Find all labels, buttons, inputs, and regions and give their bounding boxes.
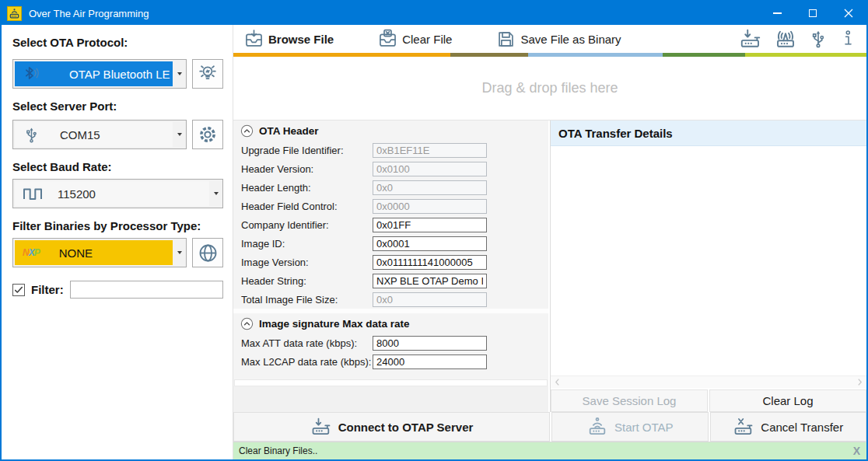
clear-log-button[interactable]: Clear Log — [709, 389, 866, 412]
ota-header-title: OTA Header — [259, 125, 319, 137]
processor-filter-label: Filter Binaries by Processor Type: — [12, 219, 223, 232]
usb-icon — [23, 126, 40, 144]
browse-file-button[interactable]: Browse File — [243, 29, 334, 50]
horizontal-scrollbar[interactable] — [234, 379, 548, 386]
image-version-input[interactable] — [373, 255, 487, 270]
globe-icon — [197, 242, 219, 264]
transfer-details-log[interactable] — [551, 146, 866, 375]
clear-file-button[interactable]: Clear File — [377, 29, 452, 50]
content: OTA Header Upgrade File Identifier: Head… — [233, 120, 866, 412]
field-row: Company Identifier: — [233, 215, 548, 234]
field-row: Total Image File Size: — [233, 290, 548, 309]
action-buttons-row: Connect to OTAP Server Start OTAP — [233, 412, 866, 442]
baud-dropdown[interactable]: 115200 — [12, 179, 223, 208]
field-row: Max ATT data rate (kbps): — [233, 334, 548, 352]
max-att-rate-input[interactable] — [373, 336, 487, 351]
collapse-chevron-icon[interactable] — [240, 317, 254, 330]
port-dropdown-arrow[interactable] — [173, 120, 186, 148]
save-session-log-button: Save Session Log — [551, 389, 708, 412]
field-row: Header String: — [233, 271, 548, 290]
window-title: Over The Air Programming — [29, 8, 149, 19]
save-binary-icon — [495, 29, 516, 50]
panel-spacer — [233, 371, 548, 379]
clear-file-icon — [377, 29, 398, 50]
clear-file-label: Clear File — [402, 33, 452, 46]
minimize-button[interactable] — [759, 2, 795, 25]
company-identifier-input[interactable] — [373, 218, 487, 232]
header-length-input — [373, 180, 487, 195]
scroll-left-icon[interactable] — [555, 378, 560, 386]
transfer-details-header: OTA Transfer Details — [551, 120, 866, 146]
device-download-icon — [310, 416, 332, 438]
log-buttons-row: Save Session Log Clear Log — [551, 388, 866, 412]
status-bar: Clear Binary Files.. X — [233, 442, 866, 459]
main-area: Browse File Clear File — [233, 25, 866, 459]
save-binary-label: Save File as Binary — [520, 33, 621, 46]
start-otap-label: Start OTAP — [614, 421, 674, 434]
field-row: Header Length: — [233, 178, 548, 197]
horizontal-scrollbar[interactable] — [551, 375, 866, 388]
window-controls — [759, 2, 866, 25]
field-row: Header Version: — [233, 159, 548, 178]
field-row: Max L2CAP data rate (kbps): — [233, 352, 548, 371]
header-string-input[interactable] — [373, 274, 487, 288]
processor-dropdown[interactable]: NXP NONE — [12, 238, 187, 267]
chevron-down-icon — [177, 133, 182, 136]
status-close-button[interactable]: X — [853, 445, 860, 457]
cancel-transfer-label: Cancel Transfer — [761, 421, 843, 434]
total-image-file-size-input — [373, 292, 487, 307]
filter-label: Filter: — [31, 283, 64, 296]
filter-input[interactable] — [70, 281, 223, 299]
protocol-dropdown-arrow[interactable] — [173, 60, 186, 88]
protocol-value: OTAP Bluetooth LE — [69, 68, 170, 81]
nxp-logo-icon: NXP — [23, 247, 40, 258]
minimize-icon — [773, 12, 782, 14]
cancel-transfer-button[interactable]: Cancel Transfer — [710, 412, 867, 442]
drop-zone-text: Drag & drop files here — [481, 80, 618, 96]
info-icon[interactable] — [838, 28, 857, 50]
scan-devices-button[interactable] — [192, 59, 223, 89]
browse-file-label: Browse File — [268, 33, 334, 46]
app-icon — [7, 6, 22, 21]
port-dropdown[interactable]: COM15 — [12, 120, 187, 149]
sidebar: Select OTA Protocol: OTAP Bluetooth LE — [2, 25, 233, 459]
chevron-down-icon — [177, 72, 182, 75]
baud-dropdown-arrow[interactable] — [209, 180, 222, 208]
chevron-down-icon — [177, 251, 182, 254]
device-download-icon[interactable] — [738, 27, 763, 51]
transfer-details-title: OTA Transfer Details — [558, 127, 673, 140]
processor-dropdown-arrow[interactable] — [173, 239, 186, 267]
ota-header-panel: OTA Header Upgrade File Identifier: Head… — [233, 120, 550, 412]
transfer-details-panel: OTA Transfer Details Save Session Log Cl… — [550, 120, 866, 412]
collapse-chevron-icon[interactable] — [240, 124, 254, 138]
image-id-input[interactable] — [373, 236, 487, 251]
connect-otap-server-button[interactable]: Connect to OTAP Server — [233, 412, 550, 442]
bluetooth-icon — [23, 65, 40, 83]
max-l2cap-rate-input[interactable] — [373, 354, 487, 369]
lightbulb-icon — [197, 63, 219, 85]
field-row: Image ID: — [233, 234, 548, 253]
drop-zone[interactable]: Drag & drop files here — [233, 57, 866, 120]
app-window: Over The Air Programming Select OTA Prot… — [0, 0, 868, 461]
device-broadcast-icon[interactable] — [773, 27, 798, 51]
baud-label: Select Baud Rate: — [12, 160, 223, 173]
port-settings-button[interactable] — [192, 120, 223, 149]
field-row: Header Field Control: — [233, 197, 548, 215]
toolbar-right-icons — [738, 27, 866, 51]
maximize-button[interactable] — [795, 2, 831, 25]
processor-value: NONE — [59, 246, 93, 260]
panel-footer — [233, 386, 548, 412]
start-otap-button: Start OTAP — [551, 412, 709, 442]
image-signature-title: Image signature Max data rate — [259, 318, 410, 330]
filter-checkbox[interactable] — [12, 284, 25, 296]
save-binary-button[interactable]: Save File as Binary — [495, 29, 621, 50]
protocol-label: Select OTA Protocol: — [12, 36, 223, 49]
upgrade-file-identifier-input — [373, 143, 487, 158]
browse-online-button[interactable] — [192, 238, 223, 267]
connect-otap-server-label: Connect to OTAP Server — [338, 421, 474, 434]
close-button[interactable] — [831, 2, 866, 25]
usb-icon[interactable] — [808, 28, 828, 50]
protocol-dropdown[interactable]: OTAP Bluetooth LE — [12, 59, 187, 89]
file-toolbar: Browse File Clear File — [233, 25, 866, 53]
scroll-right-icon[interactable] — [857, 378, 863, 386]
